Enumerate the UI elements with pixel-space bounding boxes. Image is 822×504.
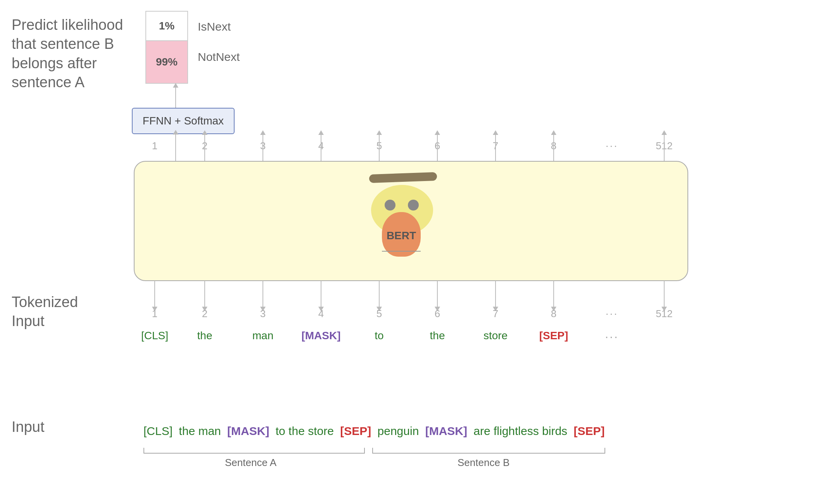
inp-are-flightless-birds: are flightless birds — [470, 425, 570, 438]
main-container: Predict likelihoodthat sentence Bbelongs… — [0, 0, 822, 504]
token-cls: [CLS] — [134, 330, 176, 342]
ffnn-box: FFNN + Softmax — [132, 108, 235, 134]
output-area: 1% 99% — [145, 11, 188, 84]
bert-nose: BERT — [382, 212, 421, 257]
pos-bot-3: 3 — [234, 308, 292, 320]
input-label: Input — [12, 419, 45, 435]
inp-cls: [CLS] — [143, 425, 173, 438]
pos-bot-2: 2 — [176, 308, 234, 320]
isnext-percent: 1% — [159, 20, 174, 32]
inp-penguin: penguin — [374, 425, 422, 438]
isnext-label: IsNext — [198, 20, 231, 33]
bracket-b-right — [604, 448, 605, 454]
inp-mask2: [MASK] — [425, 425, 467, 438]
bert-eye-right — [408, 200, 419, 211]
inp-mask1: [MASK] — [227, 425, 269, 438]
bracket-b-line — [372, 453, 605, 454]
notnext-label: NotNext — [198, 50, 240, 64]
pos-bot-5: 5 — [350, 308, 408, 320]
token-dots: ··· — [583, 330, 641, 344]
token-the1: the — [176, 330, 234, 342]
arrows-down-into-bert — [134, 281, 687, 307]
inp-the-man: the man — [176, 425, 224, 438]
inp-sep1: [SEP] — [340, 425, 371, 438]
token-sep: [SEP] — [525, 330, 583, 342]
pos-bot-1: 1 — [134, 308, 176, 320]
token-mask1: [MASK] — [292, 330, 350, 342]
token-to: to — [350, 330, 408, 342]
bert-eyebrow — [369, 172, 437, 183]
token-the2: the — [408, 330, 466, 342]
sentence-b-label: Sentence B — [458, 457, 509, 469]
input-sentence-row: [CLS] the man [MASK] to the store [SEP] … — [143, 425, 604, 438]
pos-bot-8: 8 — [525, 308, 583, 320]
pos-bot-4: 4 — [292, 308, 350, 320]
token-row: [CLS] the man [MASK] to the store [SEP] … — [134, 330, 687, 344]
bracket-b-left — [372, 448, 373, 454]
bert-box: BERT — [134, 161, 688, 281]
arrow-output-to-ffnn — [175, 87, 176, 109]
bert-mouth — [382, 251, 421, 252]
bracket-a-left — [143, 448, 144, 454]
pos-bot-6: 6 — [408, 308, 466, 320]
notnext-box: 99% — [145, 41, 188, 84]
bracket-a-right — [364, 448, 365, 454]
tokenized-input-label: TokenizedInput — [12, 293, 78, 331]
token-store: store — [466, 330, 525, 342]
bert-eye-left — [385, 200, 395, 211]
pos-bot-512: 512 — [641, 308, 687, 320]
bert-nose-label: BERT — [387, 230, 416, 242]
notnext-percent: 99% — [156, 56, 178, 68]
predict-description: Predict likelihoodthat sentence Bbelongs… — [12, 16, 123, 92]
ffnn-label: FFNN + Softmax — [143, 115, 224, 127]
position-numbers-bottom: 1 2 3 4 5 6 7 8 ··· 512 — [134, 307, 687, 320]
sentence-a-label: Sentence A — [225, 457, 276, 469]
arrows-up-from-bert — [134, 135, 687, 161]
inp-to-the-store: to the store — [272, 425, 337, 438]
bracket-a-line — [143, 453, 364, 454]
pos-bot-7: 7 — [466, 308, 525, 320]
isnext-box: 1% — [145, 11, 188, 41]
inp-sep2: [SEP] — [573, 425, 604, 438]
pos-bot-dots: ··· — [583, 307, 641, 320]
token-man: man — [234, 330, 292, 342]
